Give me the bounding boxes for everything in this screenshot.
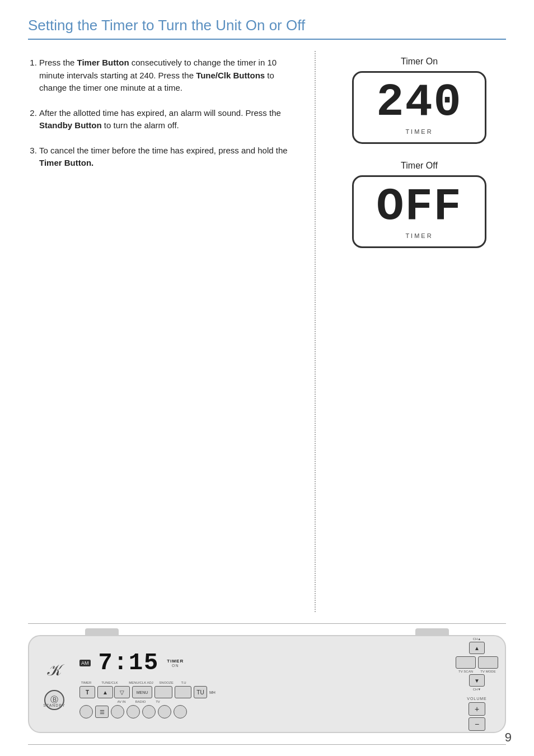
avin-sub-label: AV IN	[113, 700, 130, 703]
displays-panel: Timer On 240 TIMER Timer Off OFF TIMER	[316, 51, 506, 612]
bold-standby-button: Standby Button	[39, 120, 102, 130]
bold-timer-button-2: Timer Button.	[39, 158, 93, 167]
timer-btn-label: TIMER	[79, 681, 93, 684]
timer-off-lcd: OFF TIMER	[352, 175, 486, 248]
tune-down-button[interactable]: ▽	[114, 686, 130, 698]
tv-mode-label: TV MODE	[480, 670, 495, 673]
timer-on-device-sub: ON	[172, 664, 179, 668]
timer-off-value: OFF	[376, 184, 462, 230]
button-row-bottom: ☰	[79, 705, 216, 718]
ch-down-button[interactable]: ▼	[469, 674, 485, 687]
timer-on-lcd: 240 TIMER	[352, 71, 486, 144]
ch-down-label: CH▼	[473, 688, 481, 691]
timer-off-sub: TIMER	[405, 232, 433, 239]
radio-label: RADIO	[132, 700, 149, 703]
tu-label: T.U	[177, 681, 190, 684]
ch-up-button[interactable]: ▲	[469, 642, 485, 654]
clock-time: 7:15	[99, 650, 160, 676]
avin-button[interactable]	[175, 686, 191, 698]
instruction-item-3: To cancel the timer before the time has …	[39, 144, 298, 170]
round-btn-1[interactable]	[79, 705, 93, 718]
page-number: 9	[505, 730, 512, 745]
bold-tune-clk-buttons: Tune/Clk Buttons	[196, 71, 265, 80]
timer-on-value: 240	[376, 80, 462, 126]
antenna-right	[415, 628, 449, 636]
clock-display-area: AM 7:15 TIMER ON	[79, 650, 184, 676]
tune-clk-label: TUNE/CLK	[95, 681, 124, 684]
instructions-list: Press the Timer Button consecutively to …	[28, 57, 298, 170]
instructions-panel: Press the Timer Button consecutively to …	[28, 51, 316, 612]
sub-labels-row: AV IN RADIO TV	[113, 700, 216, 703]
antenna-left	[85, 628, 119, 636]
round-btn-5[interactable]	[158, 705, 171, 718]
volume-minus-button[interactable]: −	[469, 717, 485, 731]
snooze-button[interactable]	[154, 686, 172, 698]
timer-on-device-label: TIMER ON	[167, 659, 184, 668]
instruction-item-2: After the allotted time has expired, an …	[39, 107, 298, 132]
round-btn-3[interactable]	[127, 705, 140, 718]
tv-mode-button[interactable]	[478, 656, 498, 669]
content-area: Press the Timer Button consecutively to …	[28, 51, 506, 612]
instruction-item-1: Press the Timer Button consecutively to …	[39, 57, 298, 95]
tv-scan-button[interactable]	[456, 656, 476, 669]
menu-clk-label: MENU/CLK ADJ	[127, 681, 156, 684]
round-btn-2[interactable]	[111, 705, 124, 718]
menu-clk-button[interactable]: MENU	[132, 686, 152, 698]
bold-timer-button: Timer Button	[77, 58, 129, 67]
volume-label: VOLUME	[467, 697, 487, 701]
timer-t-button[interactable]: T	[79, 686, 95, 698]
bottom-divider	[28, 744, 506, 745]
mh-label: MH	[209, 690, 216, 694]
device-illustration: 𝒦 Ⓑ STANDBY AM 7:15 TIMER ON	[28, 635, 506, 733]
tune-up-button[interactable]: ▲	[97, 686, 113, 698]
standby-label: STANDBY	[43, 703, 65, 707]
device-section: 𝒦 Ⓑ STANDBY AM 7:15 TIMER ON	[28, 624, 506, 739]
timer-on-label: Timer On	[401, 57, 438, 67]
volume-plus-button[interactable]: +	[469, 702, 485, 716]
page-wrapper: Setting the Timer to Turn the Unit On or…	[0, 0, 534, 756]
timer-on-sub: TIMER	[405, 128, 433, 135]
ch-up-label: CH▲	[473, 637, 481, 641]
button-row-top: T ▲ ▽ MENU TU	[79, 686, 216, 698]
tv-label: TV	[151, 700, 165, 703]
timer-on-device-text: TIMER	[167, 659, 184, 664]
brand-logo: 𝒦	[47, 661, 62, 680]
device-middle: AM 7:15 TIMER ON TIMER TUNE/CLK MENU/CLK…	[74, 650, 455, 718]
round-btn-6[interactable]	[174, 705, 187, 718]
page-title: Setting the Timer to Turn the Unit On or…	[28, 17, 506, 40]
device-left-panel: 𝒦 Ⓑ STANDBY	[29, 636, 74, 732]
timer-on-section: Timer On 240 TIMER	[352, 57, 486, 144]
am-badge: AM	[79, 660, 91, 666]
device-right-panel: CH▲ ▲ TV SCAN TV MODE ▼ CH▼	[455, 637, 505, 731]
tu-button[interactable]: TU	[194, 686, 207, 698]
timer-off-label: Timer Off	[401, 161, 438, 171]
menu-btn-2[interactable]: ☰	[95, 706, 109, 718]
snooze-label: SNOOZE	[158, 681, 175, 684]
tune-buttons: ▲ ▽	[97, 686, 130, 698]
timer-off-section: Timer Off OFF TIMER	[352, 161, 486, 248]
round-btn-4[interactable]	[142, 705, 156, 718]
tv-scan-label: TV SCAN	[458, 670, 473, 673]
